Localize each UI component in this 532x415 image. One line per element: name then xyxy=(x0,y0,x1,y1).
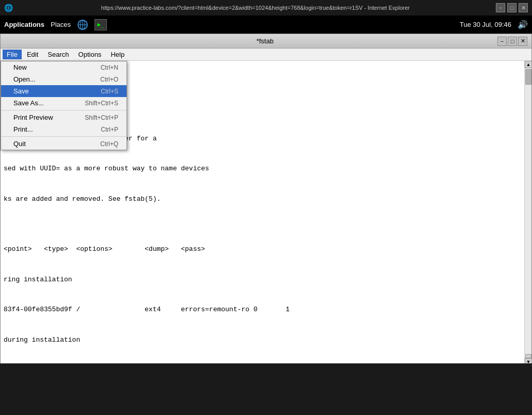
browser-title: https://www.practice-labs.com/?client=ht… xyxy=(15,5,496,11)
editor-minimize-button[interactable]: − xyxy=(497,37,507,46)
editor-menubar: File Edit Search Options Help xyxy=(1,49,531,61)
desktop-bottom-area xyxy=(0,363,532,415)
taskbar-clock: Tue 30 Jul, 09:46 xyxy=(460,21,511,28)
menu-new[interactable]: New Ctrl+N xyxy=(1,61,127,73)
browser-close-button[interactable]: ✕ xyxy=(519,3,528,12)
vm-desktop: *fstab − □ ✕ File Edit Search Options He… xyxy=(0,34,532,363)
browser-restore-button[interactable]: □ xyxy=(507,3,517,12)
separator-2 xyxy=(1,136,127,137)
scroll-up-button[interactable]: ▲ xyxy=(525,61,532,68)
scrollbar-middle-btn[interactable] xyxy=(525,354,531,358)
menu-new-label: New xyxy=(13,63,27,71)
editor-title: *fstab xyxy=(33,37,497,45)
menu-save-as-shortcut: Shift+Ctrl+S xyxy=(85,100,118,107)
browser-window-controls: − □ ✕ xyxy=(496,3,528,12)
separator-1 xyxy=(1,110,127,110)
content-line: ring installation xyxy=(4,275,515,285)
editor-titlebar: *fstab − □ ✕ xyxy=(1,34,531,49)
menu-search[interactable]: Search xyxy=(43,50,73,59)
menu-print-shortcut: Ctrl+P xyxy=(101,126,118,133)
menu-options[interactable]: Options xyxy=(74,50,106,59)
menu-quit-label: Quit xyxy=(13,140,26,148)
content-line: sed with UUID= as a more robust way to n… xyxy=(4,164,515,174)
menu-new-shortcut: Ctrl+N xyxy=(101,64,118,71)
menu-open[interactable]: Open... Ctrl+O xyxy=(1,73,127,85)
scrollbar-track[interactable] xyxy=(525,68,531,354)
content-line: 83f4-00fe8355bd9f / ext4 errors=remount-… xyxy=(4,305,515,315)
browser-minimize-button[interactable]: − xyxy=(496,3,505,12)
menu-save-as[interactable]: Save As... Shift+Ctrl+S xyxy=(1,97,127,109)
menu-open-shortcut: Ctrl+O xyxy=(100,76,118,83)
file-menu-dropdown: New Ctrl+N Open... Ctrl+O Save Ctrl+S Sa… xyxy=(1,61,127,150)
content-line: during installation xyxy=(4,335,515,345)
editor-window-controls: − □ ✕ xyxy=(497,37,527,46)
browser-launcher[interactable] xyxy=(77,19,88,30)
applications-menu[interactable]: Applications xyxy=(4,21,44,28)
menu-save-as-label: Save As... xyxy=(13,99,44,107)
menu-print[interactable]: Print... Ctrl+P xyxy=(1,123,127,135)
editor-close-button[interactable]: ✕ xyxy=(518,37,527,46)
menu-edit[interactable]: Edit xyxy=(23,50,42,59)
menu-print-label: Print... xyxy=(13,125,33,133)
menu-print-preview-label: Print Preview xyxy=(13,114,53,121)
menu-quit[interactable]: Quit Ctrl+Q xyxy=(1,138,127,150)
vertical-scrollbar[interactable]: ▲ ▼ xyxy=(524,61,531,365)
menu-open-label: Open... xyxy=(13,75,36,83)
terminal-launcher[interactable]: ▶_ xyxy=(95,19,107,30)
menu-save-label: Save xyxy=(13,87,29,95)
menu-quit-shortcut: Ctrl+Q xyxy=(100,140,118,148)
editor-restore-button[interactable]: □ xyxy=(508,37,517,46)
scrollbar-thumb[interactable] xyxy=(525,69,531,85)
menu-file[interactable]: File xyxy=(3,50,22,59)
menu-save-shortcut: Ctrl+S xyxy=(101,88,118,95)
menu-save[interactable]: Save Ctrl+S xyxy=(1,85,127,97)
menu-help[interactable]: Help xyxy=(106,50,129,59)
places-menu[interactable]: Places xyxy=(51,21,71,28)
menu-print-preview[interactable]: Print Preview Shift+Ctrl+P xyxy=(1,111,127,123)
desktop-taskbar: Applications Places ▶_ Tue 30 Jul, 09:46… xyxy=(0,15,532,34)
browser-titlebar: 🌐 https://www.practice-labs.com/?client=… xyxy=(0,0,532,15)
menu-print-preview-shortcut: Shift+Ctrl+P xyxy=(85,114,118,121)
content-line: <point> <type> <options> <dump> <pass> xyxy=(4,244,515,254)
editor-window: *fstab − □ ✕ File Edit Search Options He… xyxy=(0,34,532,363)
browser-favicon: 🌐 xyxy=(4,4,13,12)
content-line: ks are added and removed. See fstab(5). xyxy=(4,194,515,204)
volume-icon[interactable]: 🔊 xyxy=(518,20,528,29)
